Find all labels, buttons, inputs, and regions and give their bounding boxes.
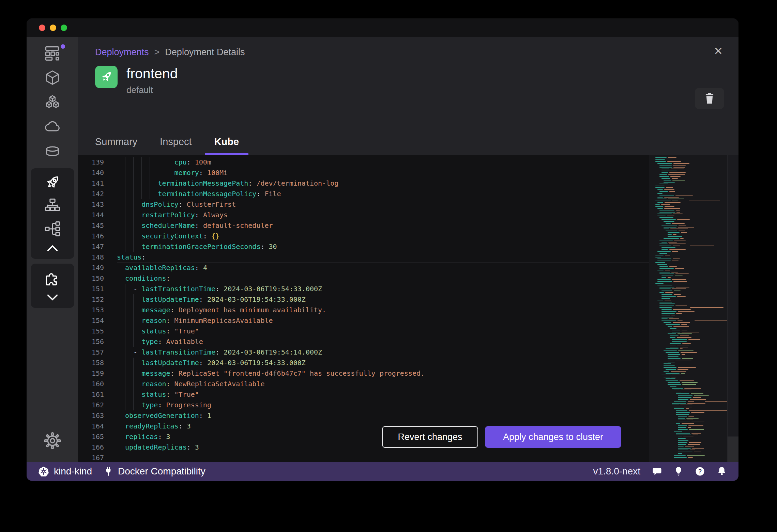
gear-icon	[43, 432, 62, 450]
sidebar-item-settings[interactable]	[32, 428, 73, 453]
main-panel: Deployments > Deployment Details	[78, 37, 738, 462]
rocket-icon	[43, 173, 62, 192]
minimize-window-button[interactable]	[50, 25, 56, 31]
sidebar-item-docker-hub[interactable]	[32, 114, 73, 139]
code-line[interactable]: 153message: Deployment has minimum avail…	[78, 305, 649, 315]
sidebar-item-images[interactable]	[32, 65, 73, 90]
code-line[interactable]: 151- lastTransitionTime: 2024-03-06T19:5…	[78, 284, 649, 294]
sidebar-item-builds[interactable]	[32, 90, 73, 114]
line-number: 159	[78, 368, 104, 379]
sidebar-collapse-button[interactable]	[32, 240, 73, 256]
docker-compatibility[interactable]: Docker Compatibility	[104, 466, 205, 477]
detail-header: Deployments > Deployment Details	[78, 37, 738, 155]
code-line[interactable]: 145schedulerName: default-scheduler	[78, 220, 649, 231]
sidebar-item-containers[interactable]	[32, 41, 73, 65]
code-line[interactable]: 142terminationMessagePolicy: File	[78, 189, 649, 199]
dashboard-icon	[44, 44, 61, 62]
line-number: 158	[78, 358, 104, 368]
code-line[interactable]: 149availableReplicas: 4	[78, 263, 649, 273]
sidebar-more-button[interactable]	[32, 290, 73, 305]
code-line[interactable]: 152lastUpdateTime: 2024-03-06T19:54:33.0…	[78, 294, 649, 305]
notification-dot	[61, 44, 65, 49]
close-window-button[interactable]	[39, 25, 45, 31]
chat-bubble-icon	[652, 466, 662, 476]
breadcrumb-separator: >	[154, 47, 160, 58]
code-line[interactable]: 158lastUpdateTime: 2024-03-06T19:54:33.0…	[78, 358, 649, 368]
line-number: 142	[78, 189, 104, 199]
sidebar-item-extensions[interactable]	[32, 266, 73, 290]
cluster-name: kind-kind	[54, 466, 92, 477]
minimap[interactable]	[649, 155, 738, 462]
line-number: 152	[78, 294, 104, 305]
suggestions-button[interactable]	[674, 466, 683, 476]
line-number: 164	[78, 421, 104, 432]
sidebar-item-deployments-active[interactable]	[32, 171, 73, 194]
revert-changes-button[interactable]: Revert changes	[382, 426, 478, 448]
close-detail-icon[interactable]: ✕	[714, 46, 723, 57]
code-line[interactable]: 160reason: NewReplicaSetAvailable	[78, 379, 649, 389]
chevron-up-icon	[46, 244, 59, 253]
stacked-cubes-icon	[44, 93, 61, 111]
code-line[interactable]: 156type: Available	[78, 337, 649, 347]
code-line[interactable]: 150conditions:	[78, 273, 649, 284]
code-line[interactable]: 161status: "True"	[78, 389, 649, 400]
code-line[interactable]: 143dnsPolicy: ClusterFirst	[78, 199, 649, 210]
code-line[interactable]: 157- lastTransitionTime: 2024-03-06T19:5…	[78, 347, 649, 358]
code-line[interactable]: 155status: "True"	[78, 326, 649, 337]
breadcrumb: Deployments > Deployment Details	[95, 47, 738, 58]
apply-changes-button[interactable]: Apply changes to cluster	[485, 426, 621, 448]
cloud-icon	[44, 118, 61, 136]
line-number: 144	[78, 210, 104, 220]
plug-icon	[104, 466, 113, 476]
code-line[interactable]: 162type: Progressing	[78, 400, 649, 410]
code-line[interactable]: 144restartPolicy: Always	[78, 210, 649, 220]
code-line[interactable]: 148status:	[78, 252, 649, 263]
sidebar-item-volumes[interactable]	[32, 139, 73, 163]
cluster-selector[interactable]: kind-kind	[38, 466, 92, 477]
line-number: 155	[78, 326, 104, 337]
page-title: frontend	[126, 66, 178, 81]
line-number: 165	[78, 432, 104, 442]
editor-scrollbar[interactable]	[727, 155, 738, 462]
line-number: 139	[78, 157, 104, 168]
yaml-editor[interactable]: 139cpu: 100m140memory: 100Mi141terminati…	[78, 155, 738, 462]
feedback-button[interactable]	[652, 466, 662, 476]
code-line[interactable]: 167	[78, 453, 649, 462]
code-line[interactable]: 154reason: MinimumReplicasAvailable	[78, 315, 649, 326]
line-number: 146	[78, 231, 104, 241]
editor-actions: Revert changes Apply changes to cluster	[382, 426, 621, 448]
tab-inspect[interactable]: Inspect	[160, 136, 192, 155]
breadcrumb-current: Deployment Details	[165, 47, 245, 58]
tab-summary[interactable]: Summary	[95, 136, 137, 155]
code-line[interactable]: 140memory: 100Mi	[78, 168, 649, 178]
kubernetes-icon	[38, 466, 49, 477]
delete-deployment-button[interactable]	[695, 88, 724, 109]
extensions-group	[31, 264, 74, 308]
org-chart-icon	[44, 197, 61, 215]
tab-bar: Summary Inspect Kube	[95, 136, 239, 155]
line-number: 149	[78, 263, 104, 273]
code-line[interactable]: 163observedGeneration: 1	[78, 410, 649, 421]
code-line[interactable]: 159message: ReplicaSet "frontend-d4f6b47…	[78, 368, 649, 379]
rocket-tile-icon	[99, 69, 114, 84]
line-number: 167	[78, 453, 104, 462]
status-bar: kind-kind Docker Compatibility v1.8.0-ne…	[27, 462, 738, 481]
code-line[interactable]: 139cpu: 100m	[78, 157, 649, 168]
code-line[interactable]: 147terminationGracePeriodSeconds: 30	[78, 241, 649, 252]
sidebar-item-pods[interactable]	[32, 217, 73, 240]
line-number: 143	[78, 199, 104, 210]
compatibility-label: Docker Compatibility	[118, 466, 205, 477]
notifications-button[interactable]	[717, 466, 727, 477]
code-line[interactable]: 146securityContext: {}	[78, 231, 649, 241]
code-line[interactable]: 141terminationMessagePath: /dev/terminat…	[78, 178, 649, 189]
line-number: 160	[78, 379, 104, 389]
line-number: 147	[78, 241, 104, 252]
help-button[interactable]: ?	[695, 466, 705, 476]
app-window: Deployments > Deployment Details	[27, 18, 738, 481]
sidebar-item-services[interactable]	[32, 194, 73, 217]
maximize-window-button[interactable]	[61, 25, 67, 31]
code-lines: 139cpu: 100m140memory: 100Mi141terminati…	[78, 155, 649, 462]
tab-kube[interactable]: Kube	[214, 136, 239, 155]
breadcrumb-deployments-link[interactable]: Deployments	[95, 47, 149, 58]
scrollbar-thumb[interactable]	[728, 437, 738, 462]
